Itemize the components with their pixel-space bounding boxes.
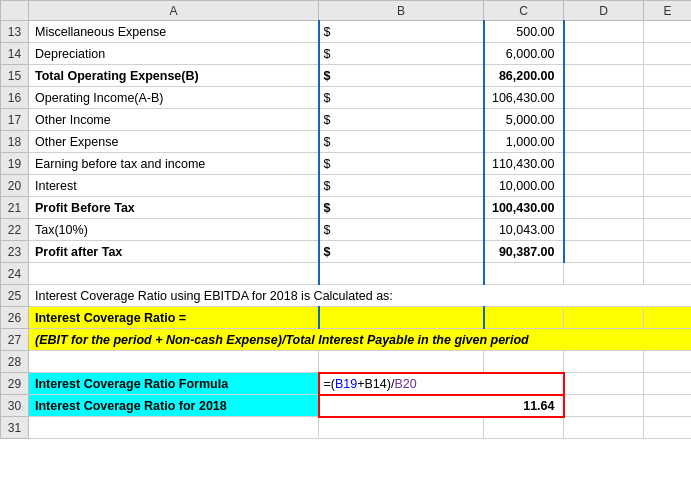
cell-a31 (29, 417, 319, 439)
table-row: 22 Tax(10%) $ 10,043.00 (1, 219, 692, 241)
cell-a21[interactable]: Profit Before Tax (29, 197, 319, 219)
header-col-c[interactable]: C (484, 1, 564, 21)
cell-d29 (564, 373, 644, 395)
cell-b23-amount[interactable]: 90,387.00 (484, 241, 564, 263)
table-row: 20 Interest $ 10,000.00 (1, 175, 692, 197)
cell-c17 (564, 109, 644, 131)
cell-a18[interactable]: Other Expense (29, 131, 319, 153)
cell-c18 (564, 131, 644, 153)
row-number: 29 (1, 373, 29, 395)
header-col-a[interactable]: A (29, 1, 319, 21)
row-number: 25 (1, 285, 29, 307)
cell-b18-amount[interactable]: 1,000.00 (484, 131, 564, 153)
cell-b31 (319, 417, 484, 439)
cell-c22 (564, 219, 644, 241)
cell-c31 (484, 417, 564, 439)
row-number: 18 (1, 131, 29, 153)
cell-a19[interactable]: Earning before tax and income (29, 153, 319, 175)
header-rownum (1, 1, 29, 21)
cell-a23[interactable]: Profit after Tax (29, 241, 319, 263)
table-row: 23 Profit after Tax $ 90,387.00 (1, 241, 692, 263)
table-row: 29 Interest Coverage Ratio Formula =(B19… (1, 373, 692, 395)
cell-a25: Interest Coverage Ratio using EBITDA for… (29, 285, 692, 307)
cell-a14[interactable]: Depreciation (29, 43, 319, 65)
header-col-e[interactable]: E (644, 1, 692, 21)
cell-d13 (644, 21, 692, 43)
row-number: 19 (1, 153, 29, 175)
formula-plus: + (357, 377, 364, 391)
cell-a20[interactable]: Interest (29, 175, 319, 197)
cell-d14 (644, 43, 692, 65)
table-row: 17 Other Income $ 5,000.00 (1, 109, 692, 131)
row-number: 31 (1, 417, 29, 439)
cell-d18 (644, 131, 692, 153)
cell-b15-dollar[interactable]: $ (319, 65, 484, 87)
cell-c20 (564, 175, 644, 197)
row-number: 15 (1, 65, 29, 87)
cell-b21-amount[interactable]: 100,430.00 (484, 197, 564, 219)
cell-e24 (644, 263, 692, 285)
cell-a22[interactable]: Tax(10%) (29, 219, 319, 241)
cell-d30 (564, 395, 644, 417)
cell-b19-dollar[interactable]: $ (319, 153, 484, 175)
row-number: 17 (1, 109, 29, 131)
cell-c19 (564, 153, 644, 175)
cell-b21-dollar[interactable]: $ (319, 197, 484, 219)
table-row: 31 (1, 417, 692, 439)
cell-a28 (29, 351, 319, 373)
cell-b14-dollar[interactable]: $ (319, 43, 484, 65)
cell-b29-formula[interactable]: =(B19+B14)/B20 (319, 373, 564, 395)
cell-b20-dollar[interactable]: $ (319, 175, 484, 197)
cell-b18-dollar[interactable]: $ (319, 131, 484, 153)
table-row: 27 (EBIT for the period + Non-cash Expen… (1, 329, 692, 351)
cell-b30-result[interactable]: 11.64 (319, 395, 564, 417)
cell-b17-amount[interactable]: 5,000.00 (484, 109, 564, 131)
table-row: 16 Operating Income(A-B) $ 106,430.00 (1, 87, 692, 109)
cell-b17-dollar[interactable]: $ (319, 109, 484, 131)
table-row: 21 Profit Before Tax $ 100,430.00 (1, 197, 692, 219)
cell-a15[interactable]: Total Operating Expense(B) (29, 65, 319, 87)
cell-b19-amount[interactable]: 110,430.00 (484, 153, 564, 175)
table-row: 18 Other Expense $ 1,000.00 (1, 131, 692, 153)
cell-c15 (564, 65, 644, 87)
cell-a13[interactable]: Miscellaneous Expense (29, 21, 319, 43)
row-number: 27 (1, 329, 29, 351)
cell-b13-dollar[interactable]: $ (319, 21, 484, 43)
row-number: 30 (1, 395, 29, 417)
cell-b15-amount[interactable]: 86,200.00 (484, 65, 564, 87)
cell-b23-dollar[interactable]: $ (319, 241, 484, 263)
cell-a24 (29, 263, 319, 285)
cell-c13 (564, 21, 644, 43)
cell-a29[interactable]: Interest Coverage Ratio Formula (29, 373, 319, 395)
row-number: 23 (1, 241, 29, 263)
cell-b16-dollar[interactable]: $ (319, 87, 484, 109)
cell-d17 (644, 109, 692, 131)
cell-a30[interactable]: Interest Coverage Ratio for 2018 (29, 395, 319, 417)
cell-b13-amount[interactable]: 500.00 (484, 21, 564, 43)
cell-b22-amount[interactable]: 10,043.00 (484, 219, 564, 241)
cell-d19 (644, 153, 692, 175)
cell-e31 (644, 417, 692, 439)
cell-b22-dollar[interactable]: $ (319, 219, 484, 241)
cell-c16 (564, 87, 644, 109)
row-number: 13 (1, 21, 29, 43)
header-col-b[interactable]: B (319, 1, 484, 21)
cell-d15 (644, 65, 692, 87)
table-row: 15 Total Operating Expense(B) $ 86,200.0… (1, 65, 692, 87)
cell-c28 (484, 351, 564, 373)
cell-b26 (319, 307, 484, 329)
cell-a17[interactable]: Other Income (29, 109, 319, 131)
cell-e29 (644, 373, 692, 395)
cell-d20 (644, 175, 692, 197)
cell-b16-amount[interactable]: 106,430.00 (484, 87, 564, 109)
table-row: 24 (1, 263, 692, 285)
formula-b19: B19 (335, 377, 357, 391)
header-col-d[interactable]: D (564, 1, 644, 21)
cell-d23 (644, 241, 692, 263)
cell-b24 (319, 263, 484, 285)
cell-a16[interactable]: Operating Income(A-B) (29, 87, 319, 109)
row-number: 16 (1, 87, 29, 109)
table-row: 25 Interest Coverage Ratio using EBITDA … (1, 285, 692, 307)
cell-b20-amount[interactable]: 10,000.00 (484, 175, 564, 197)
cell-b14-amount[interactable]: 6,000.00 (484, 43, 564, 65)
